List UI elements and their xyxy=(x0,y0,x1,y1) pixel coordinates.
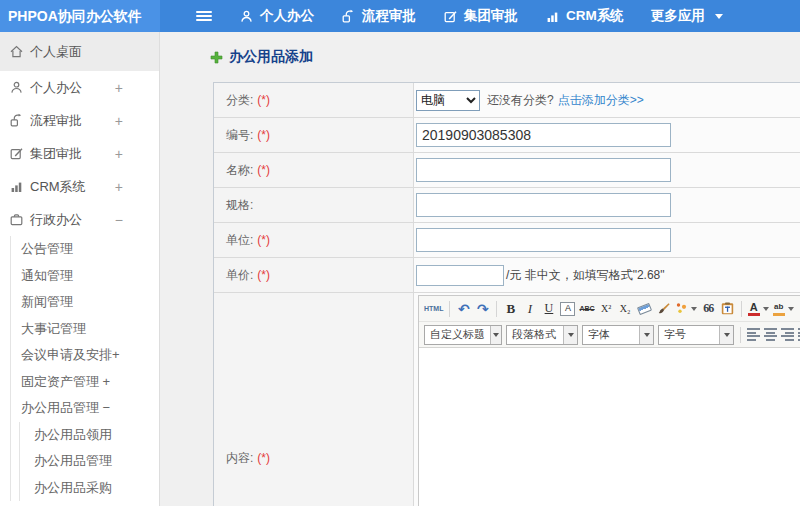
font-family-select[interactable]: 字体 xyxy=(582,325,654,345)
expand-icon[interactable]: + xyxy=(115,146,123,162)
nav-workflow-approval[interactable]: 流程审批 xyxy=(341,7,416,25)
nav-group-approval[interactable]: 集团审批 xyxy=(443,7,518,25)
sidebar-item-supplies-claim[interactable]: 办公用品领用 xyxy=(20,422,159,449)
required-mark: (*) xyxy=(257,233,270,247)
blockquote-button[interactable]: 66 xyxy=(701,299,716,319)
edit-icon xyxy=(9,146,24,161)
app-window: PHPOA协同办公软件 个人办公 流程审批 集团审批 xyxy=(0,0,800,506)
align-center-icon[interactable] xyxy=(764,328,777,341)
subscript-button[interactable]: X₂ xyxy=(618,299,633,319)
underline-button[interactable]: U xyxy=(541,299,556,319)
nav-crm-system[interactable]: CRM系统 xyxy=(545,7,624,25)
main-content: 办公用品添加 分类: (*) 电脑 还没有分类? 点击添加分类>> xyxy=(160,32,800,506)
sidebar-item-admin-office[interactable]: 行政办公 − xyxy=(0,203,159,236)
sparkles-icon xyxy=(675,302,688,315)
form-row-code: 编号: (*) xyxy=(214,118,800,153)
field-label: 内容: (*) xyxy=(214,293,414,506)
code-input[interactable] xyxy=(416,123,671,147)
sidebar-item-desktop[interactable]: 个人桌面 xyxy=(0,32,159,71)
sidebar: 个人桌面 个人办公 + 流程审批 + 集团审批 + xyxy=(0,32,160,506)
expand-icon[interactable]: + xyxy=(115,179,123,195)
font-color-icon: A xyxy=(748,302,760,316)
sidebar-item-workflow-approval[interactable]: 流程审批 + xyxy=(0,104,159,137)
sidebar-item-crm-system[interactable]: CRM系统 + xyxy=(0,170,159,203)
paragraph-format-select[interactable]: 段落格式 xyxy=(506,325,578,345)
bar-chart-icon xyxy=(545,9,560,24)
expand-icon[interactable]: + xyxy=(115,80,123,96)
form-row-spec: 规格: xyxy=(214,188,800,223)
sidebar-item-meeting-mgmt[interactable]: 会议申请及安排+ xyxy=(11,342,159,369)
add-category-link[interactable]: 点击添加分类>> xyxy=(558,92,644,109)
chevron-down-icon xyxy=(639,326,653,344)
field-value-cell: /元 非中文，如填写格式"2.68" xyxy=(414,258,800,292)
source-code-button[interactable]: HTML xyxy=(424,299,443,319)
label-text: 名称: xyxy=(226,162,253,179)
font-style-button[interactable]: A xyxy=(560,302,575,316)
nav-personal-office[interactable]: 个人办公 xyxy=(239,7,314,25)
sidebar-item-group-approval[interactable]: 集团审批 + xyxy=(0,137,159,170)
workflow-icon xyxy=(9,113,24,128)
office-supplies-submenu: 办公用品领用 办公用品管理 办公用品采购 xyxy=(19,422,159,502)
label-text: 单位: xyxy=(226,232,253,249)
spec-input[interactable] xyxy=(416,193,671,217)
undo-button[interactable]: ↶ xyxy=(456,299,471,319)
sidebar-item-personal-office[interactable]: 个人办公 + xyxy=(0,71,159,104)
name-input[interactable] xyxy=(416,158,671,182)
app-logo: PHPOA协同办公软件 xyxy=(0,0,160,32)
nav-label: 更多应用 xyxy=(651,7,705,25)
paintbrush-icon xyxy=(656,302,670,316)
superscript-button[interactable]: X² xyxy=(599,299,614,319)
category-select[interactable]: 电脑 xyxy=(416,90,480,111)
eraser-icon xyxy=(637,302,652,314)
heading-select[interactable]: 自定义标题 xyxy=(424,325,502,345)
align-right-icon[interactable] xyxy=(781,328,794,341)
menu-icon[interactable] xyxy=(196,9,212,23)
nav-label: 集团审批 xyxy=(464,7,518,25)
person-icon xyxy=(239,9,254,24)
unit-input[interactable] xyxy=(416,228,671,252)
sidebar-item-label: 行政办公 xyxy=(30,211,82,229)
sidebar-item-supplies-purchase[interactable]: 办公用品采购 xyxy=(20,475,159,502)
divider xyxy=(496,301,497,317)
field-label: 单价: (*) xyxy=(214,258,414,292)
select-value: 自定义标题 xyxy=(425,327,490,342)
strikethrough-button[interactable]: ABC xyxy=(579,299,594,319)
form-row-name: 名称: (*) xyxy=(214,153,800,188)
format-painter-button[interactable] xyxy=(656,299,671,319)
chevron-down-icon xyxy=(715,14,723,19)
font-size-select[interactable]: 字号 xyxy=(658,325,734,345)
highlight-color-button[interactable]: ab xyxy=(773,299,794,319)
collapse-icon[interactable]: − xyxy=(115,212,123,228)
chevron-down-icon xyxy=(719,326,733,344)
sidebar-item-events-mgmt[interactable]: 大事记管理 xyxy=(11,316,159,343)
top-nav: 个人办公 流程审批 集团审批 CRM系统 xyxy=(160,0,800,32)
align-left-icon[interactable] xyxy=(747,328,760,341)
field-label: 单位: (*) xyxy=(214,223,414,257)
sidebar-item-notice-mgmt[interactable]: 通知管理 xyxy=(11,263,159,290)
sidebar-item-news-mgmt[interactable]: 新闻管理 xyxy=(11,289,159,316)
bold-button[interactable]: B xyxy=(503,299,518,319)
briefcase-icon xyxy=(9,212,24,227)
italic-button[interactable]: I xyxy=(522,299,537,319)
expand-icon[interactable]: + xyxy=(115,113,123,129)
highlight-color-icon: ab xyxy=(773,302,785,316)
price-input[interactable] xyxy=(416,265,504,286)
field-value-cell xyxy=(414,223,800,257)
sidebar-item-assets-mgmt[interactable]: 固定资产管理 + xyxy=(11,369,159,396)
font-color-button[interactable]: A xyxy=(748,299,769,319)
sidebar-item-announcement-mgmt[interactable]: 公告管理 xyxy=(11,236,159,263)
remove-format-button[interactable] xyxy=(637,299,652,319)
clipboard-icon xyxy=(721,302,734,315)
sidebar-item-office-supplies-mgmt[interactable]: 办公用品管理 − xyxy=(11,395,159,422)
editor-content-area[interactable] xyxy=(419,348,800,506)
sidebar-item-label: CRM系统 xyxy=(30,178,86,196)
redo-button[interactable]: ↷ xyxy=(475,299,490,319)
paste-plain-button[interactable] xyxy=(720,299,735,319)
insert-special-button[interactable] xyxy=(675,299,697,319)
sidebar-item-supplies-manage[interactable]: 办公用品管理 xyxy=(20,448,159,475)
nav-more-apps[interactable]: 更多应用 xyxy=(651,7,723,25)
nav-label: 流程审批 xyxy=(362,7,416,25)
form-row-content: 内容: (*) HTML ↶ ↷ B I xyxy=(214,293,800,506)
admin-office-submenu: 公告管理 通知管理 新闻管理 大事记管理 会议申请及安排+ 固定资产管理 + 办… xyxy=(10,236,159,501)
page-title-text: 办公用品添加 xyxy=(229,48,313,66)
